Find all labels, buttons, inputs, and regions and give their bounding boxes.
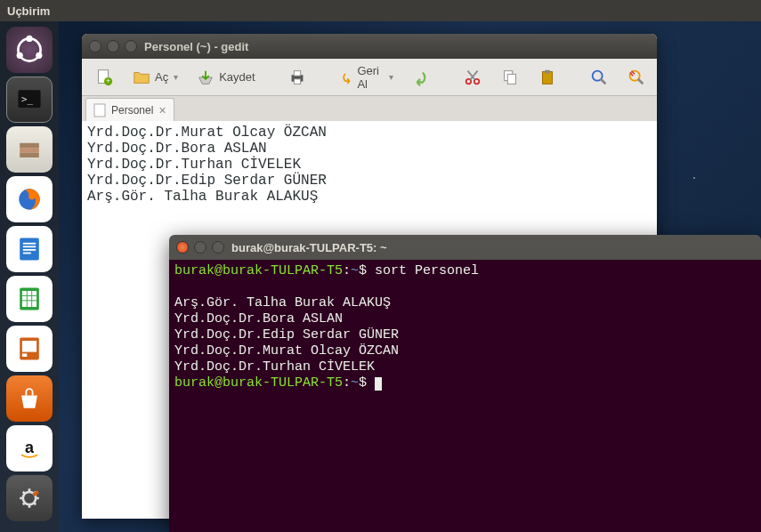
tab-label: Personel xyxy=(111,104,153,117)
print-button[interactable] xyxy=(282,64,312,91)
calc-icon xyxy=(13,283,45,315)
gedit-line: Arş.Gör. Talha Burak ALAKUŞ xyxy=(87,189,318,205)
svg-rect-14 xyxy=(23,253,31,254)
launcher-item-terminal[interactable]: >_ xyxy=(6,77,53,123)
save-icon xyxy=(196,68,215,87)
ubuntu-icon xyxy=(13,34,45,66)
svg-rect-12 xyxy=(23,246,36,247)
svg-rect-7 xyxy=(20,148,39,152)
window-buttons xyxy=(89,40,137,52)
terminal-cursor xyxy=(375,377,382,391)
terminal-output-line: Yrd.Doç.Dr.Edip Serdar GÜNER xyxy=(174,327,399,343)
undo-icon xyxy=(339,68,354,87)
svg-point-2 xyxy=(17,52,23,59)
gedit-line: Yrd.Doç.Dr.Murat Olcay ÖZCAN xyxy=(87,125,327,141)
save-button[interactable]: Kaydet xyxy=(190,64,260,91)
new-document-icon: + xyxy=(94,68,114,87)
launcher-item-settings[interactable] xyxy=(6,475,53,521)
svg-rect-31 xyxy=(294,78,300,84)
search-icon xyxy=(589,68,609,87)
terminal-title-text: burak@burak-TULPAR-T5: ~ xyxy=(231,241,387,254)
terminal-window: burak@burak-TULPAR-T5: ~ burak@burak-TUL… xyxy=(169,235,761,532)
prompt-sep: : xyxy=(343,263,351,278)
paste-icon xyxy=(538,68,557,87)
launcher-item-impress[interactable] xyxy=(6,326,53,372)
svg-rect-22 xyxy=(22,341,36,352)
svg-point-1 xyxy=(26,36,32,42)
prompt-user-host: burak@burak-TULPAR-T5 xyxy=(174,263,343,278)
prompt-end: $ xyxy=(359,263,375,278)
prompt-end: $ xyxy=(359,375,375,391)
firefox-icon xyxy=(13,183,45,215)
launcher-item-software-center[interactable] xyxy=(6,375,53,422)
svg-rect-40 xyxy=(94,104,105,117)
terminal-command: sort Personel xyxy=(375,263,479,278)
writer-icon xyxy=(13,233,45,265)
window-close-button[interactable] xyxy=(176,241,189,254)
terminal-icon: >_ xyxy=(13,84,45,116)
impress-icon xyxy=(13,333,45,365)
launcher-item-dash[interactable] xyxy=(6,27,53,73)
open-label: Aç xyxy=(155,70,168,84)
cut-button[interactable] xyxy=(457,64,488,91)
undo-button[interactable]: Geri Al ▾ xyxy=(334,60,400,94)
svg-text:>_: >_ xyxy=(21,93,33,105)
svg-rect-13 xyxy=(23,249,36,251)
gedit-toolbar: + Aç ▾ Kaydet Geri Al ▾ xyxy=(82,59,657,96)
svg-rect-16 xyxy=(22,291,36,307)
copy-button[interactable] xyxy=(495,64,525,91)
undo-label: Geri Al xyxy=(357,64,384,91)
svg-rect-6 xyxy=(20,143,39,148)
amazon-icon: a xyxy=(13,432,45,464)
gedit-line: Yrd.Doç.Dr.Edip Serdar GÜNER xyxy=(87,173,327,189)
window-maximize-button[interactable] xyxy=(212,241,224,254)
document-icon xyxy=(93,103,106,117)
window-maximize-button[interactable] xyxy=(125,40,137,52)
gedit-titlebar[interactable]: Personel (~) - gedit xyxy=(82,34,657,59)
copy-icon xyxy=(500,68,520,87)
prompt-path: ~ xyxy=(351,375,359,391)
launcher-item-amazon[interactable]: a xyxy=(6,425,53,472)
redo-button[interactable] xyxy=(406,64,436,91)
files-icon xyxy=(13,133,45,165)
launcher-item-calc[interactable] xyxy=(6,276,53,322)
gedit-title-text: Personel (~) - gedit xyxy=(144,40,248,53)
find-replace-icon xyxy=(627,68,646,87)
svg-text:+: + xyxy=(106,77,110,85)
chevron-down-icon[interactable]: ▾ xyxy=(389,72,393,82)
svg-rect-36 xyxy=(543,71,553,84)
window-buttons xyxy=(176,241,224,254)
chevron-down-icon[interactable]: ▾ xyxy=(174,72,178,82)
find-replace-button[interactable] xyxy=(621,64,652,91)
paste-button[interactable] xyxy=(532,64,563,91)
open-button[interactable]: Aç ▾ xyxy=(126,64,183,91)
terminal-titlebar[interactable]: burak@burak-TULPAR-T5: ~ xyxy=(169,235,761,260)
window-minimize-button[interactable] xyxy=(194,241,206,254)
active-app-title: Uçbirim xyxy=(7,4,50,18)
terminal-output-line: Yrd.Doç.Dr.Bora ASLAN xyxy=(174,311,343,326)
new-document-button[interactable]: + xyxy=(89,64,119,91)
top-panel: Uçbirim xyxy=(0,0,761,21)
launcher-item-writer[interactable] xyxy=(6,226,53,272)
svg-text:a: a xyxy=(25,439,35,456)
prompt-sep: : xyxy=(343,375,351,391)
launcher-item-firefox[interactable] xyxy=(6,176,53,222)
prompt-path: ~ xyxy=(351,263,359,278)
save-label: Kaydet xyxy=(219,70,255,84)
tab-close-icon[interactable]: × xyxy=(158,103,166,117)
find-button[interactable] xyxy=(584,64,614,91)
window-close-button[interactable] xyxy=(89,40,101,52)
print-icon xyxy=(287,68,307,87)
launcher-item-files[interactable] xyxy=(6,126,53,173)
gedit-tabbar: Personel × xyxy=(82,96,657,121)
window-minimize-button[interactable] xyxy=(107,40,119,52)
gedit-tab[interactable]: Personel × xyxy=(85,98,174,121)
scissors-icon xyxy=(463,68,482,87)
terminal-content[interactable]: burak@burak-TULPAR-T5:~$ sort Personel A… xyxy=(169,260,761,532)
svg-rect-23 xyxy=(22,353,27,357)
redo-icon xyxy=(411,68,431,87)
svg-rect-11 xyxy=(23,243,36,245)
svg-rect-37 xyxy=(545,69,550,73)
unity-launcher: >_ a xyxy=(0,21,59,532)
folder-open-icon xyxy=(132,68,151,87)
